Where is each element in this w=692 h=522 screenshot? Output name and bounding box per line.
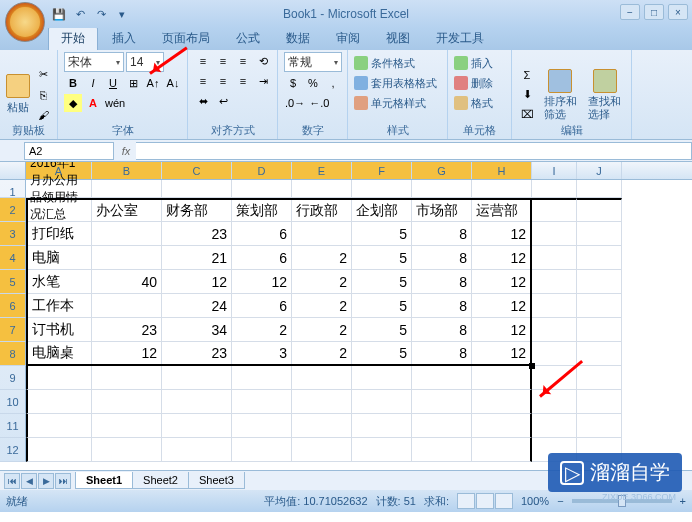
sheet-nav-prev[interactable]: ◀: [21, 473, 37, 489]
copy-icon[interactable]: ⎘: [34, 86, 52, 104]
cell[interactable]: [577, 390, 622, 414]
cell[interactable]: 6: [232, 246, 292, 270]
cell[interactable]: [292, 222, 352, 246]
col-header-F[interactable]: F: [352, 162, 412, 179]
cell[interactable]: [292, 390, 352, 414]
row-header-1[interactable]: 1: [0, 180, 26, 198]
fill-color-button[interactable]: ◆: [64, 94, 82, 112]
name-box[interactable]: A2: [24, 142, 114, 160]
cell[interactable]: 2: [292, 270, 352, 294]
cell[interactable]: [577, 318, 622, 342]
maximize-button[interactable]: □: [644, 4, 664, 20]
cell[interactable]: [232, 414, 292, 438]
cell[interactable]: [577, 180, 622, 198]
number-format-combo[interactable]: 常规▾: [284, 52, 342, 72]
cell-style-button[interactable]: 单元格样式: [354, 94, 441, 112]
cell[interactable]: 市场部: [412, 198, 472, 222]
col-header-H[interactable]: H: [472, 162, 532, 179]
col-header-C[interactable]: C: [162, 162, 232, 179]
cell[interactable]: [162, 390, 232, 414]
cell[interactable]: [352, 366, 412, 390]
currency-button[interactable]: $: [284, 74, 302, 92]
cell[interactable]: [472, 366, 532, 390]
cell[interactable]: 8: [412, 342, 472, 366]
cell[interactable]: [472, 438, 532, 462]
cell[interactable]: 8: [412, 222, 472, 246]
cell[interactable]: [532, 294, 577, 318]
shrink-font-button[interactable]: A↓: [164, 74, 182, 92]
cell[interactable]: [577, 198, 622, 222]
cell[interactable]: [412, 414, 472, 438]
cell[interactable]: 办公室: [92, 198, 162, 222]
cell[interactable]: [26, 198, 92, 222]
cell[interactable]: 23: [162, 222, 232, 246]
indent-button[interactable]: ⇥: [254, 72, 272, 90]
cell[interactable]: 12: [472, 294, 532, 318]
cell[interactable]: [352, 390, 412, 414]
cell[interactable]: 12: [232, 270, 292, 294]
cell[interactable]: [232, 180, 292, 198]
cell[interactable]: [532, 342, 577, 366]
wrap-button[interactable]: ↩: [214, 92, 232, 110]
zoom-level[interactable]: 100%: [521, 495, 549, 507]
font-color-button[interactable]: A: [84, 94, 102, 112]
cell[interactable]: [292, 180, 352, 198]
cell[interactable]: 8: [412, 318, 472, 342]
cell[interactable]: 工作本: [26, 294, 92, 318]
format-cells-button[interactable]: 格式: [454, 94, 505, 112]
qat-dropdown-icon[interactable]: ▾: [113, 5, 131, 23]
cell[interactable]: [532, 318, 577, 342]
cell[interactable]: 12: [472, 246, 532, 270]
align-top-button[interactable]: ≡: [194, 52, 212, 70]
orientation-button[interactable]: ⟲: [254, 52, 272, 70]
cell[interactable]: [577, 366, 622, 390]
sheet-tab-3[interactable]: Sheet3: [188, 472, 245, 489]
cell[interactable]: 2016年1月办公用品领用情况汇总: [26, 180, 92, 198]
increase-decimal-button[interactable]: .0→: [284, 94, 306, 112]
cell[interactable]: [26, 366, 92, 390]
cell[interactable]: 2: [232, 318, 292, 342]
col-header-B[interactable]: B: [92, 162, 162, 179]
cell[interactable]: [472, 414, 532, 438]
cell[interactable]: 行政部: [292, 198, 352, 222]
qat-undo-icon[interactable]: ↶: [71, 5, 89, 23]
cell[interactable]: [92, 180, 162, 198]
cell[interactable]: [532, 414, 577, 438]
col-header-D[interactable]: D: [232, 162, 292, 179]
cell[interactable]: 策划部: [232, 198, 292, 222]
row-header-6[interactable]: 6: [0, 294, 26, 318]
row-header-11[interactable]: 11: [0, 414, 26, 438]
row-header-9[interactable]: 9: [0, 366, 26, 390]
cell[interactable]: 5: [352, 318, 412, 342]
align-right-button[interactable]: ≡: [234, 72, 252, 90]
view-layout-button[interactable]: [476, 493, 494, 509]
cell[interactable]: 电脑桌: [26, 342, 92, 366]
cell[interactable]: [92, 438, 162, 462]
col-header-E[interactable]: E: [292, 162, 352, 179]
select-all-corner[interactable]: [0, 162, 26, 179]
tab-insert[interactable]: 插入: [100, 27, 148, 50]
cell[interactable]: 12: [92, 342, 162, 366]
autosum-button[interactable]: Σ: [518, 66, 536, 84]
zoom-out-button[interactable]: −: [557, 495, 563, 507]
table-format-button[interactable]: 套用表格格式: [354, 74, 441, 92]
row-header-12[interactable]: 12: [0, 438, 26, 462]
cell[interactable]: 12: [472, 318, 532, 342]
align-center-button[interactable]: ≡: [214, 72, 232, 90]
cell[interactable]: 2: [292, 318, 352, 342]
cell[interactable]: [162, 438, 232, 462]
cell[interactable]: 21: [162, 246, 232, 270]
office-button[interactable]: [5, 2, 45, 42]
cell[interactable]: [26, 390, 92, 414]
cell[interactable]: [577, 246, 622, 270]
delete-cells-button[interactable]: 删除: [454, 74, 505, 92]
cell[interactable]: 3: [232, 342, 292, 366]
cell[interactable]: 打印纸: [26, 222, 92, 246]
cell[interactable]: 8: [412, 270, 472, 294]
qat-save-icon[interactable]: 💾: [50, 5, 68, 23]
cell[interactable]: 订书机: [26, 318, 92, 342]
cell[interactable]: [532, 270, 577, 294]
row-header-4[interactable]: 4: [0, 246, 26, 270]
cell[interactable]: 5: [352, 222, 412, 246]
cell[interactable]: [292, 366, 352, 390]
